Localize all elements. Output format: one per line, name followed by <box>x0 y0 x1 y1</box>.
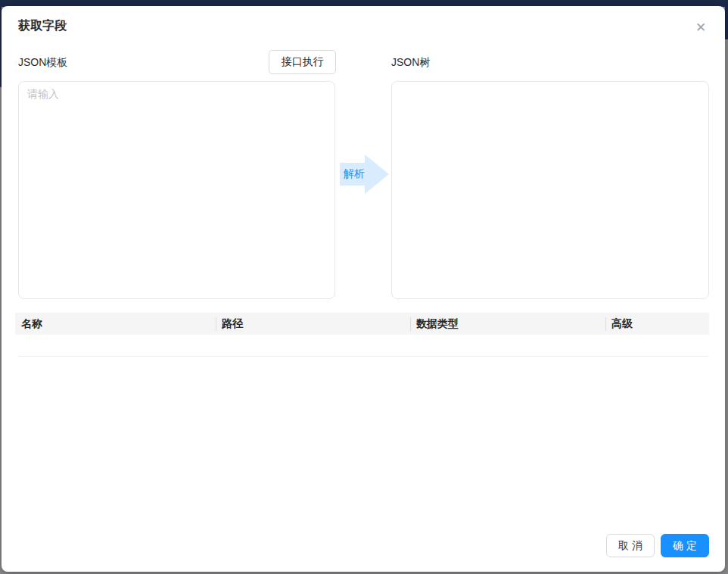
background-right-edge <box>725 0 728 39</box>
get-fields-modal: 获取字段 ✕ JSON模板 接口执行 JSON树 解析 名称 路径 数据类型 高… <box>2 6 725 572</box>
fields-table-header: 名称 路径 数据类型 高级 <box>15 313 709 335</box>
column-header-name: 名称 <box>15 313 216 335</box>
parse-arrow[interactable]: 解析 <box>340 154 390 194</box>
table-empty-row <box>18 335 709 357</box>
modal-title: 获取字段 <box>18 18 67 34</box>
json-template-label: JSON模板 <box>18 56 67 70</box>
column-header-path: 路径 <box>216 313 410 335</box>
close-icon[interactable]: ✕ <box>689 15 713 39</box>
parse-label: 解析 <box>344 154 377 194</box>
column-header-data-type: 数据类型 <box>410 313 605 335</box>
execute-api-button[interactable]: 接口执行 <box>269 50 336 74</box>
column-header-advanced: 高级 <box>605 313 709 335</box>
json-tree-label: JSON树 <box>391 56 430 70</box>
confirm-button[interactable]: 确 定 <box>661 534 709 557</box>
cancel-button[interactable]: 取 消 <box>606 534 655 557</box>
json-template-input[interactable] <box>18 81 335 299</box>
json-tree-panel[interactable] <box>391 81 709 299</box>
